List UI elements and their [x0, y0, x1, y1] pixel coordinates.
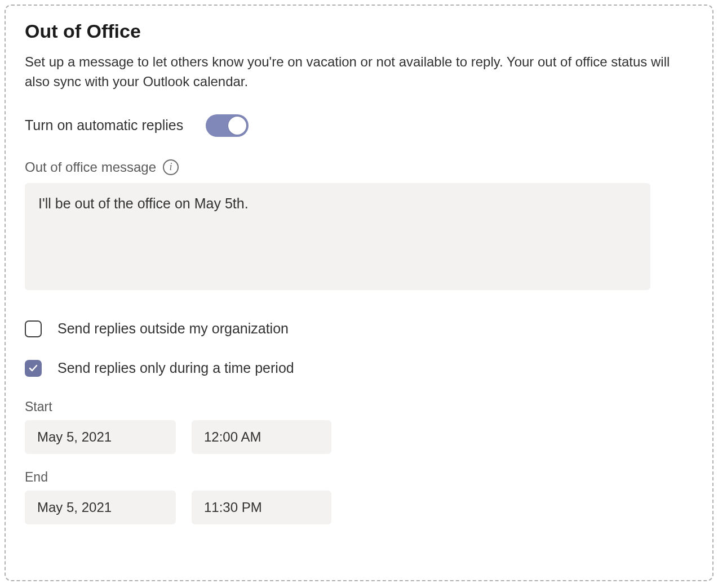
page-description: Set up a message to let others know you'…	[25, 52, 693, 92]
end-date-picker[interactable]: May 5, 2021	[25, 491, 176, 524]
end-label: End	[25, 470, 693, 485]
end-row: May 5, 2021 11:30 PM	[25, 491, 693, 524]
out-of-office-panel: Out of Office Set up a message to let ot…	[5, 5, 713, 581]
automatic-replies-toggle[interactable]	[206, 114, 249, 137]
schedule-section: Start May 5, 2021 12:00 AM End May 5, 20…	[25, 399, 693, 524]
send-outside-row: Send replies outside my organization	[25, 320, 693, 337]
send-outside-checkbox[interactable]	[25, 320, 42, 337]
automatic-replies-label: Turn on automatic replies	[25, 117, 183, 133]
end-time-picker[interactable]: 11:30 PM	[192, 491, 331, 524]
out-of-office-message-input[interactable]	[25, 183, 650, 290]
time-period-label: Send replies only during a time period	[57, 360, 294, 376]
toggle-knob	[228, 117, 246, 135]
start-date-picker[interactable]: May 5, 2021	[25, 420, 176, 454]
time-period-row: Send replies only during a time period	[25, 360, 693, 377]
send-outside-label: Send replies outside my organization	[57, 320, 289, 337]
start-time-picker[interactable]: 12:00 AM	[192, 420, 331, 454]
message-field-label: Out of office message	[25, 159, 156, 175]
start-label: Start	[25, 399, 693, 415]
time-period-checkbox[interactable]	[25, 360, 42, 377]
page-title: Out of Office	[25, 20, 693, 42]
automatic-replies-row: Turn on automatic replies	[25, 114, 693, 137]
info-icon[interactable]: i	[163, 159, 179, 175]
message-field-label-row: Out of office message i	[25, 159, 693, 175]
start-row: May 5, 2021 12:00 AM	[25, 420, 693, 454]
